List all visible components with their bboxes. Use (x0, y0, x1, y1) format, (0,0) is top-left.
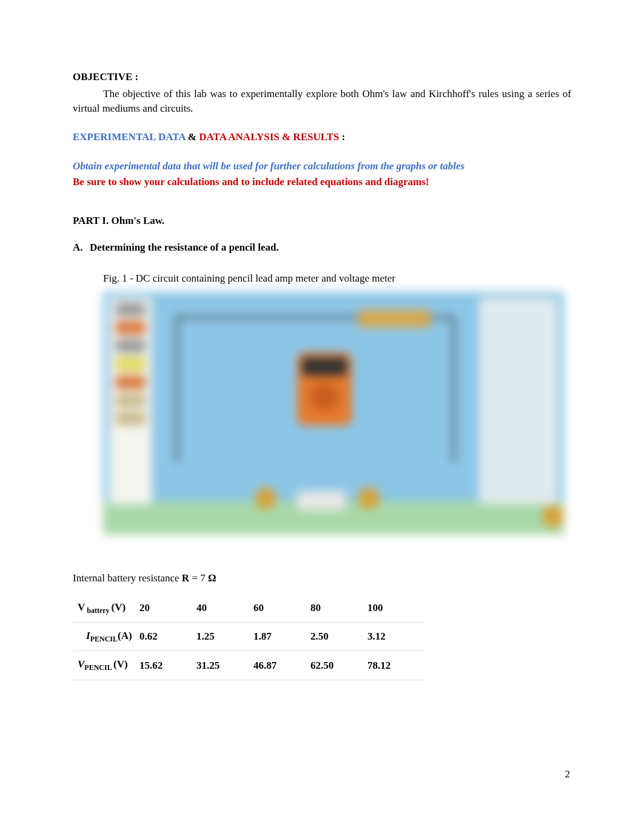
sidebar-component-5 (115, 376, 146, 389)
vpencil-col1: 15.62 (139, 651, 196, 680)
ipencil-col2: 1.25 (196, 623, 253, 651)
subsection-a: A. Determining the resistance of a penci… (73, 240, 571, 255)
heading-ampersand: & (186, 131, 200, 143)
heading-experimental-data: EXPERIMENTAL DATA (73, 131, 186, 143)
ipencil-col1: 0.62 (139, 623, 196, 651)
sim-wire-right (452, 316, 455, 462)
table-row-ipencil: IPENCIL(A) 0.62 1.25 1.87 2.50 3.12 (73, 623, 424, 651)
vpencil-suffix: (V) (113, 658, 128, 670)
resistance-equals: = 7 (189, 572, 208, 584)
subsection-letter: A. (73, 240, 90, 255)
vpencil-sub: PENCIL (84, 664, 113, 672)
vbattery-col1: 20 (139, 594, 196, 623)
row-header-ipencil: IPENCIL(A) (73, 623, 139, 651)
figure-caption: Fig. 1 - DC circuit containing pencil le… (103, 271, 571, 286)
ipencil-sub: PENCIL (90, 635, 118, 644)
objective-body: The objective of this lab was to experim… (73, 87, 571, 116)
vpencil-prefix: V (78, 658, 84, 670)
measurement-data-table: V battery (V) 20 40 60 80 100 IPENCIL(A)… (73, 594, 424, 680)
sim-connector-2 (358, 487, 380, 509)
sidebar-component-2 (115, 321, 146, 334)
sim-component-sidebar (109, 298, 152, 504)
vbattery-col2: 40 (196, 594, 253, 623)
page-number: 2 (565, 767, 571, 782)
ipencil-col4: 2.50 (310, 623, 367, 651)
resistance-symbol: R (182, 572, 189, 584)
sim-multimeter (297, 353, 352, 425)
vbattery-col5: 100 (367, 594, 424, 623)
sidebar-component-6 (115, 394, 146, 407)
experimental-data-heading: EXPERIMENTAL DATA & DATA ANALYSIS & RESU… (73, 130, 571, 144)
ipencil-col3: 1.87 (253, 623, 310, 651)
sidebar-component-4 (115, 357, 146, 371)
part1-title: PART I. Ohm's Law. (73, 214, 571, 228)
vbattery-col3: 60 (253, 594, 310, 623)
resistance-prefix: Internal battery resistance (73, 572, 182, 584)
instruction-obtain-data: Obtain experimental data that will be us… (73, 159, 571, 174)
vpencil-col5: 78.12 (367, 651, 424, 680)
sidebar-component-1 (115, 303, 146, 316)
vpencil-col4: 62.50 (310, 651, 367, 680)
instruction-show-calculations: Be sure to show your calculations and to… (73, 175, 571, 189)
vpencil-col2: 31.25 (196, 651, 253, 680)
vbattery-prefix: V (78, 601, 85, 613)
ipencil-prefix: I (86, 630, 90, 641)
circuit-simulator-screenshot (103, 292, 564, 535)
table-row-vbattery: V battery (V) 20 40 60 80 100 (73, 594, 424, 623)
vbattery-col4: 80 (310, 594, 367, 623)
resistance-unit: Ω (208, 572, 216, 584)
sim-battery (358, 310, 431, 327)
vpencil-col3: 46.87 (253, 651, 310, 680)
row-header-vpencil: VPENCIL (V) (73, 651, 139, 680)
sidebar-component-3 (115, 339, 146, 353)
table-row-vpencil: VPENCIL (V) 15.62 31.25 46.87 62.50 78.1… (73, 651, 424, 680)
subsection-text: Determining the resistance of a pencil l… (90, 240, 279, 255)
vbattery-sub: battery (85, 606, 111, 615)
sidebar-component-7 (115, 412, 146, 425)
objective-heading: OBJECTIVE : (73, 70, 571, 84)
sim-play-controls (297, 491, 346, 510)
internal-resistance-text: Internal battery resistance R = 7 Ω (73, 571, 571, 586)
ipencil-suffix: (A) (118, 630, 132, 641)
sim-bottom-right-button (542, 505, 564, 527)
sim-connector-1 (255, 487, 277, 509)
sim-settings-panel (479, 298, 558, 504)
vbattery-suffix: (V) (112, 601, 126, 613)
heading-data-analysis: DATA ANALYSIS & RESULTS (199, 131, 339, 143)
heading-colon: : (339, 131, 345, 143)
sim-wire-left (176, 316, 178, 462)
row-header-vbattery: V battery (V) (73, 594, 139, 623)
ipencil-col5: 3.12 (367, 623, 424, 651)
